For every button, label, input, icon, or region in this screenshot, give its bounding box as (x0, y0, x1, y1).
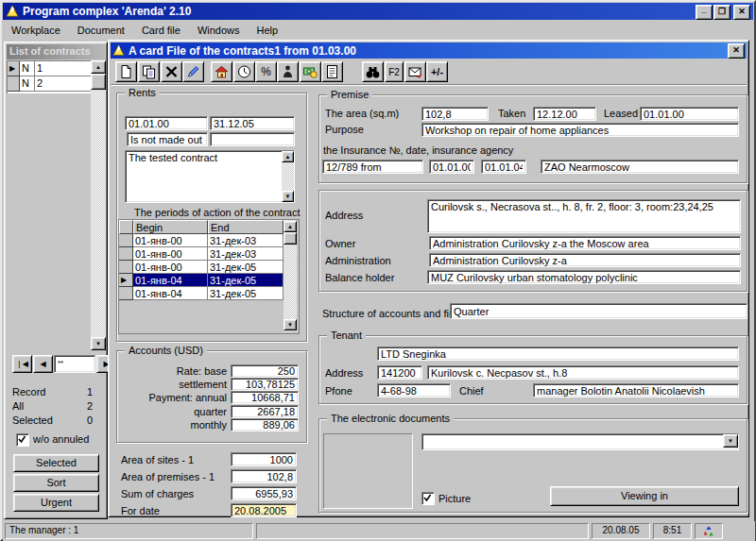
payment-annual-label: Payment: annual (117, 392, 227, 403)
tenant-legend: Tenant (327, 330, 366, 341)
money-button[interactable] (300, 61, 321, 82)
new-button[interactable] (115, 61, 137, 82)
scroll-thumb[interactable] (284, 232, 297, 245)
card-toolbar: % F2 +/- (111, 59, 747, 85)
menu-card-file[interactable]: Card file (133, 23, 189, 38)
rent-status2-field[interactable] (210, 132, 295, 146)
memo-scrollbar[interactable]: ▲ ▼ (282, 151, 294, 202)
phone-field[interactable] (377, 383, 451, 397)
scroll-up-icon[interactable]: ▲ (282, 151, 294, 162)
owner-field[interactable] (429, 236, 741, 250)
leased-field[interactable] (640, 107, 739, 121)
clock-button[interactable] (233, 61, 255, 82)
delete-button[interactable] (161, 61, 182, 82)
menu-document[interactable]: Document (69, 23, 133, 38)
accounts-groupbox: Accounts (USD) Rate: base settlement Pay… (116, 350, 307, 443)
scroll-up-icon[interactable]: ▲ (91, 60, 106, 74)
copy-button[interactable] (138, 61, 160, 82)
chief-label: Chief (459, 385, 484, 397)
tenant-name-field[interactable] (377, 347, 739, 361)
scroll-down-icon[interactable]: ▼ (282, 191, 294, 202)
taken-field[interactable] (533, 107, 596, 121)
wo-annuled-checkbox[interactable] (16, 433, 29, 447)
premise-area-field[interactable] (421, 107, 489, 121)
quarter-field[interactable] (231, 405, 299, 418)
scroll-up-icon[interactable]: ▲ (284, 221, 297, 232)
address-label: Address (325, 210, 363, 221)
settlement-label: settlement (117, 379, 227, 390)
nav-prev-button[interactable]: ◀ (33, 355, 53, 373)
percent-button[interactable]: % (255, 61, 277, 82)
premise-address-text: Curilovsk s., Necrasova st.., h. 8, fr. … (431, 201, 713, 212)
insurance-agency-field[interactable] (541, 160, 739, 174)
administration-field[interactable] (429, 253, 741, 267)
edoc-dropdown[interactable]: ▼ (421, 433, 739, 450)
card-window: A card File of the contracts1 from 01.03… (108, 40, 749, 517)
structure-field[interactable] (450, 303, 747, 319)
document-button[interactable] (321, 61, 343, 82)
payment-annual-field[interactable] (231, 391, 299, 404)
sum-charges-field[interactable] (231, 486, 297, 500)
tenant-postcode-field[interactable] (377, 365, 422, 380)
copy-icon (141, 64, 157, 79)
home-button[interactable] (211, 61, 232, 82)
insurance-date1-field[interactable] (429, 160, 474, 174)
scroll-down-icon[interactable]: ▼ (91, 337, 106, 350)
periods-scrollbar[interactable]: ▲ ▼ (284, 220, 297, 331)
premise-legend: Premise (327, 89, 372, 100)
all-value: 2 (61, 400, 93, 412)
restore-button[interactable]: ❐ (713, 5, 730, 20)
record-label: Record (12, 386, 45, 397)
card-close-button[interactable]: ✕ (728, 43, 745, 59)
monthly-field[interactable] (231, 418, 299, 431)
check-icon (422, 493, 432, 502)
list-scrollbar[interactable]: ▲ ▼ (91, 60, 106, 350)
selected-button[interactable]: Selected (13, 454, 99, 472)
rent-status-field[interactable] (127, 132, 208, 146)
sum-charges-label: Sum of charges (121, 488, 194, 499)
for-date-label: For date (121, 505, 160, 516)
sort-button[interactable]: Sort (13, 474, 99, 492)
close-button[interactable]: ✕ (733, 5, 750, 20)
person-button[interactable] (277, 61, 299, 82)
chief-field[interactable] (533, 383, 739, 397)
menu-workplace[interactable]: Workplace (3, 23, 69, 38)
contract-note-memo[interactable]: The tested contract ▲ ▼ (125, 150, 295, 203)
row-selector-icon: ▶ (119, 274, 133, 287)
viewing-button[interactable]: Viewing in (550, 486, 739, 506)
balance-holder-field[interactable] (427, 270, 741, 284)
minimize-button[interactable]: _ (696, 5, 713, 20)
for-date-field[interactable] (231, 503, 297, 517)
rate-base-field[interactable] (231, 364, 299, 378)
area-sites-field[interactable] (231, 452, 297, 466)
area-premises-field[interactable] (231, 469, 297, 483)
settlement-field[interactable] (231, 378, 299, 391)
quarter-label: quarter (117, 406, 227, 417)
dropdown-arrow-button[interactable]: ▼ (723, 434, 738, 448)
scroll-down-icon[interactable]: ▼ (284, 319, 297, 330)
delete-icon (163, 64, 180, 79)
nav-first-button[interactable]: ❘◀ (12, 355, 32, 373)
picture-checkbox[interactable] (421, 492, 435, 505)
picture-label: Picture (438, 493, 471, 504)
menu-windows[interactable]: Windows (189, 23, 249, 38)
menu-help[interactable]: Help (249, 23, 287, 38)
all-label: All (12, 400, 24, 412)
plus-minus-button[interactable]: +/- (426, 61, 448, 82)
edit-button[interactable] (182, 61, 204, 82)
f2-button[interactable]: F2 (385, 61, 404, 82)
tenant-groupbox: Tenant Address Pfone Chief (318, 335, 747, 404)
premise-address-memo[interactable]: Curilovsk s., Necrasova st.., h. 8, fr. … (427, 199, 741, 233)
tenant-address-field[interactable] (427, 365, 739, 380)
urgent-button[interactable]: Urgent (13, 494, 99, 512)
rent-date-to-field[interactable] (210, 116, 295, 130)
insurance-date2-field[interactable] (481, 160, 526, 174)
record-value: 1 (61, 386, 93, 397)
scroll-thumb[interactable] (91, 74, 106, 90)
find-button[interactable] (362, 61, 384, 82)
sync-icon (702, 525, 715, 537)
rent-date-from-field[interactable] (125, 116, 208, 130)
mail-button[interactable] (404, 61, 426, 82)
purpose-field[interactable] (421, 123, 739, 137)
insurance-no-field[interactable] (322, 160, 423, 174)
